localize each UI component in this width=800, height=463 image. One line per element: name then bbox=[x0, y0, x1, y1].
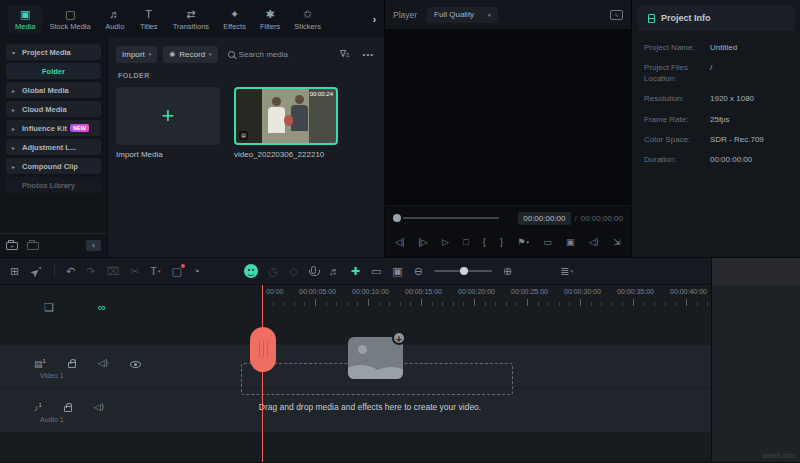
chevron-down-icon: ▾ bbox=[149, 51, 152, 57]
sidebar-item-compound-clip[interactable]: ▸Compound Clip bbox=[6, 158, 101, 174]
previous-frame-icon[interactable]: ◁| bbox=[395, 237, 404, 247]
folder-icon[interactable] bbox=[27, 242, 39, 250]
split-icon[interactable]: ✂ bbox=[130, 266, 139, 277]
render-preview-icon[interactable]: ▣ bbox=[392, 266, 402, 277]
audio-track-header: ♪1 ◁⟩ bbox=[34, 401, 104, 413]
sidebar-item-global-media[interactable]: ▸Global Media bbox=[6, 82, 101, 98]
project-info-rows: Project Name:UntitledProject Files Locat… bbox=[632, 31, 800, 176]
snapshot-icon[interactable]: ▣ bbox=[566, 237, 575, 247]
motion-tracking-icon[interactable]: ✚ bbox=[351, 266, 360, 277]
audio-track-label: Audio 1 bbox=[40, 416, 64, 423]
new-folder-icon[interactable]: + bbox=[6, 242, 18, 250]
text-tool-icon[interactable]: T▾ bbox=[150, 266, 160, 277]
sidebar-item-project-media[interactable]: ▾Project Media bbox=[6, 44, 101, 60]
screen-record-icon[interactable]: ▭ bbox=[371, 266, 381, 277]
redo-icon[interactable]: ↷ bbox=[86, 266, 95, 277]
tab-stock-media[interactable]: ▢Stock Media bbox=[42, 5, 97, 33]
mask-icon[interactable]: ◇ bbox=[289, 266, 297, 277]
tab-media[interactable]: ▣Media bbox=[8, 5, 42, 33]
thumbnail-person bbox=[268, 97, 285, 133]
more-tabs-chevron-icon[interactable]: › bbox=[369, 14, 380, 25]
zoom-in-icon[interactable]: ⊕ bbox=[503, 266, 512, 277]
sidebar-item-cloud-media[interactable]: ▸Cloud Media bbox=[6, 101, 101, 117]
tab-effects[interactable]: ✦Effects bbox=[216, 5, 253, 33]
timeline-ruler[interactable]: 00:0000:00:05:0000:00:10:0000:00:15:0000… bbox=[262, 285, 711, 308]
video-clip-card[interactable]: 00:00:24 ▤ video_20220306_222210 bbox=[234, 87, 338, 159]
tab-audio[interactable]: ♬Audio bbox=[98, 5, 132, 33]
tab-filters[interactable]: ✱Filters bbox=[253, 5, 287, 33]
quality-select[interactable]: Full Quality ▾ bbox=[427, 7, 498, 23]
mute-track-icon[interactable]: ◁⟩ bbox=[94, 403, 104, 412]
scrubber-track[interactable] bbox=[403, 217, 499, 219]
video-thumbnail[interactable]: 00:00:24 ▤ bbox=[234, 87, 338, 145]
select-tool-icon[interactable]: ➤▾ bbox=[28, 263, 45, 280]
playhead-handle[interactable] bbox=[250, 327, 276, 372]
video-preview-area[interactable] bbox=[385, 29, 631, 205]
video-track-header: ▤1 ◁⟩ bbox=[34, 357, 141, 369]
thumbnail-object bbox=[284, 115, 293, 126]
mute-track-icon[interactable]: ◁⟩ bbox=[98, 359, 108, 368]
sidebar-item-influence-kit[interactable]: ▸Influence KitNEW bbox=[6, 120, 101, 136]
ruler-label: 00:00 bbox=[266, 288, 284, 295]
tab-titles[interactable]: TTitles bbox=[132, 5, 166, 33]
fullscreen-icon[interactable]: ⇲ bbox=[613, 237, 621, 247]
scrubber-handle[interactable] bbox=[393, 214, 401, 222]
zoom-out-icon[interactable]: ⊖ bbox=[414, 266, 423, 277]
project-info-titlebar: Project Info bbox=[638, 5, 794, 31]
import-button[interactable]: Import ▾ bbox=[116, 46, 157, 63]
sidebar-item-adjustment-l[interactable]: ▸Adjustment L... bbox=[6, 139, 101, 155]
marker-icon[interactable]: ⚑▾ bbox=[517, 237, 529, 247]
track-manager-icon[interactable]: ≣▾ bbox=[560, 266, 573, 277]
record-label: Record bbox=[179, 50, 205, 59]
collapse-sidebar-button[interactable]: ‹ bbox=[86, 240, 101, 251]
tab-stickers[interactable]: ✩Stickers bbox=[287, 5, 328, 33]
volume-icon[interactable]: ◁⟩ bbox=[589, 237, 599, 247]
scopes-icon[interactable]: ∿ bbox=[610, 10, 623, 20]
info-value: 1920 x 1080 bbox=[710, 94, 790, 104]
mark-in-icon[interactable]: { bbox=[483, 237, 486, 247]
stop-icon[interactable]: □ bbox=[463, 237, 468, 247]
copy-icon[interactable]: ❏ bbox=[44, 301, 54, 314]
speed-icon[interactable]: ◷ bbox=[269, 266, 279, 277]
sidebar-item-label: Photos Library bbox=[22, 181, 75, 190]
voiceover-mic-icon[interactable] bbox=[309, 266, 318, 277]
import-media-dropzone[interactable]: + bbox=[116, 87, 220, 145]
more-options-icon[interactable]: ••• bbox=[363, 50, 374, 59]
playhead-line[interactable] bbox=[262, 285, 263, 462]
play-icon[interactable]: ▷ bbox=[442, 237, 449, 247]
lock-track-icon[interactable] bbox=[64, 406, 72, 412]
timeline-zoom-slider[interactable] bbox=[434, 266, 492, 276]
workspace-grid-icon[interactable]: ⊞ bbox=[10, 266, 19, 277]
sidebar-item-label: Influence Kit bbox=[22, 124, 67, 133]
delete-icon[interactable]: ⌧ bbox=[106, 266, 119, 277]
ruler-label: 00:00:10:00 bbox=[352, 288, 389, 295]
search-input[interactable] bbox=[239, 50, 319, 59]
slider-handle[interactable] bbox=[460, 267, 468, 275]
timeline-region: ⊞➤▾↶↷⌧✂T▾▢◔◷◇♬✚▭▣⊖⊕≣▾ ❏ ∞ 00:0000:00:05:… bbox=[0, 258, 800, 462]
info-value: / bbox=[710, 63, 790, 84]
hide-track-icon[interactable] bbox=[130, 361, 141, 368]
color-palette-icon[interactable]: ◔ bbox=[193, 266, 200, 277]
record-button[interactable]: ◉ Record ▾ bbox=[163, 46, 217, 63]
caret-icon: ▸ bbox=[12, 87, 15, 94]
smart-cutout-icon[interactable] bbox=[244, 264, 258, 278]
crop-icon[interactable]: ▢ bbox=[172, 266, 182, 277]
sparkle-icon: ✱ bbox=[266, 8, 275, 20]
filter-icon[interactable]: ∇≡ bbox=[340, 49, 349, 59]
sidebar-item-folder[interactable]: Folder bbox=[6, 63, 101, 79]
fit-screen-icon[interactable]: ▭ bbox=[543, 237, 552, 247]
lock-track-icon[interactable] bbox=[68, 362, 76, 368]
audio-mixer-icon[interactable]: ♬ bbox=[329, 266, 340, 277]
track-header-tools: ❏ ∞ bbox=[0, 301, 262, 314]
filmora-app-window: ▣Media▢Stock Media♬AudioTTitles⇄Transiti… bbox=[0, 0, 800, 463]
sidebar-item-photos-library[interactable]: Photos Library bbox=[6, 177, 101, 193]
tab-transitions[interactable]: ⇄Transitions bbox=[166, 5, 216, 33]
import-media-card[interactable]: + Import Media bbox=[116, 87, 220, 159]
auto-ripple-link-icon[interactable]: ∞ bbox=[98, 301, 106, 314]
add-media-plus-icon[interactable]: + bbox=[392, 331, 406, 345]
media-grid: + Import Media 00:00:24 ▤ bbox=[116, 87, 376, 159]
next-frame-icon[interactable]: |▷ bbox=[419, 237, 428, 247]
mark-out-icon[interactable]: } bbox=[500, 237, 503, 247]
undo-icon[interactable]: ↶ bbox=[66, 266, 75, 277]
sidebar-item-label: Cloud Media bbox=[22, 105, 67, 114]
